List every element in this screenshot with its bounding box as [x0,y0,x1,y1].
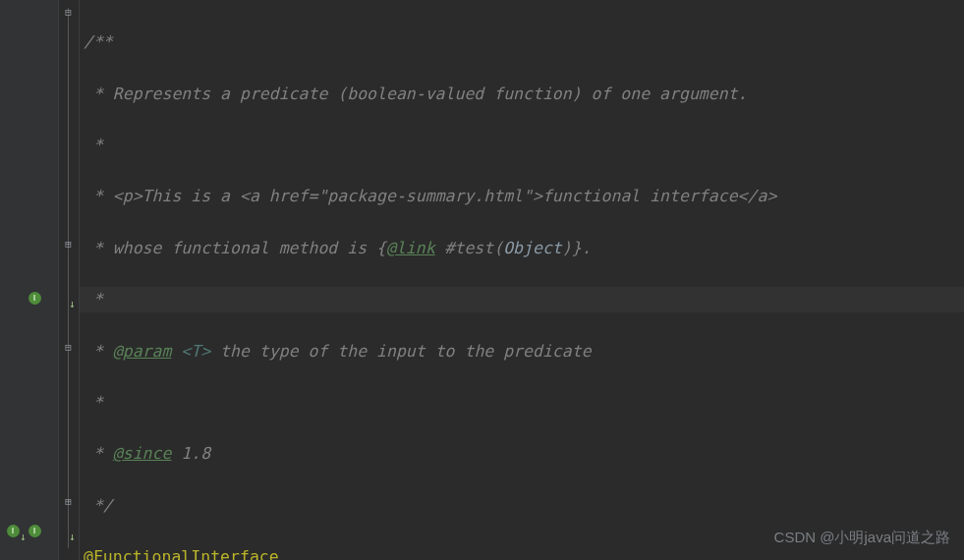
fold-guide [68,8,69,548]
code-line[interactable]: * Represents a predicate (boolean-valued… [84,82,964,107]
code-line[interactable]: * @since 1.8 [84,441,964,467]
implemented-icon[interactable]: I ↓ [28,291,41,305]
implemented-icon[interactable]: I ↓ [28,524,41,537]
editor-gutter: I ↓ I ↓ I ↓ [0,0,59,560]
code-line[interactable]: * @param <T> the type of the input to th… [84,339,964,364]
fold-end-icon[interactable]: ⊞ [62,495,75,508]
fold-toggle-icon[interactable]: ⊟ [62,6,75,19]
code-line[interactable]: * [84,133,964,158]
code-line[interactable]: /** [84,29,964,55]
code-line[interactable]: * <p>This is a <a href="package-summary.… [84,184,964,209]
fold-column: ⊟ ⊞ ⊟ ⊞ [59,0,80,560]
code-line[interactable]: * [84,287,964,312]
fold-end-icon[interactable]: ⊞ [62,238,75,251]
down-arrow-icon: ↓ [20,525,27,550]
watermark-text: CSDN @小明java问道之路 [774,525,950,550]
code-line[interactable]: * whose functional method is {@link #tes… [84,236,964,261]
code-line[interactable]: */ [84,493,964,519]
code-line[interactable]: * [84,390,964,416]
fold-toggle-icon[interactable]: ⊟ [62,341,75,354]
code-area[interactable]: /** * Represents a predicate (boolean-va… [84,4,964,560]
implemented-icon[interactable]: I ↓ [6,524,20,537]
